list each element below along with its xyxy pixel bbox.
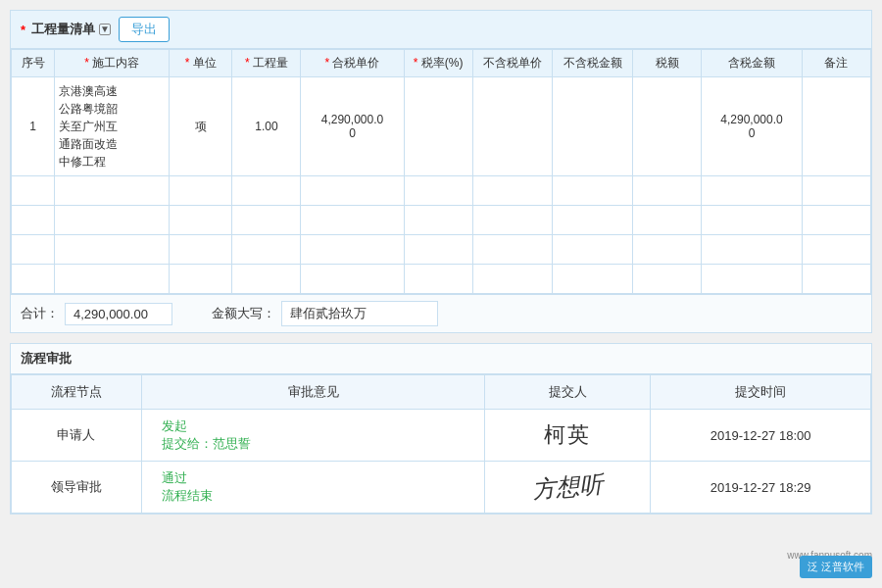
amount-label: 金额大写： (212, 305, 275, 322)
quantity-table-section: 序号 * 施工内容 * 单位 * 工程量 * 合税单价 * 税率(%) 不含税单… (11, 49, 871, 294)
workflow-row: 申请人 发起 提交给：范思誓 柯英 2019-12-27 18:00 (12, 410, 871, 462)
col-header-note: 备注 (802, 50, 870, 77)
wf-col-opinion: 审批意见 (141, 375, 485, 410)
workflow-row: 领导审批 通过 流程结束 方想听 2019-12-27 18:29 (12, 462, 871, 514)
wf-col-time: 提交时间 (651, 375, 871, 410)
wf-opinion-2-line1: 通过 (162, 470, 187, 485)
col-header-qty: * 工程量 (232, 50, 301, 77)
wf-submitter-2: 方想听 (485, 462, 651, 514)
cell-ex-unit-price (472, 77, 553, 176)
wf-opinion-2: 通过 流程结束 (141, 462, 485, 514)
col-header-ex-unit-price: 不含税单价 (472, 50, 553, 77)
table-row-empty (12, 206, 871, 235)
cell-incl-amount: 4,290,000.00 (702, 77, 803, 176)
wf-opinion-2-line2: 流程结束 (162, 488, 213, 503)
workflow-header-row: 流程节点 审批意见 提交人 提交时间 (12, 375, 871, 410)
table-row: 1 京港澳高速公路粤境韶关至广州互通路面改造中修工程 项 1.00 4,290,… (12, 77, 871, 176)
cell-ex-amount (553, 77, 633, 176)
col-header-unit: * 单位 (170, 50, 232, 77)
cell-tax (633, 77, 702, 176)
amount-value: 肆佰贰拾玖万 (281, 301, 438, 326)
toolbar-title: * 工程量清单 ▼ (21, 21, 111, 38)
col-header-incl-amount: 含税金额 (702, 50, 803, 77)
workflow-table: 流程节点 审批意见 提交人 提交时间 申请人 发起 提交给：范思誓 柯英 201… (11, 374, 871, 514)
col-header-seq: 序号 (12, 50, 55, 77)
cell-content: 京港澳高速公路粤境韶关至广州互通路面改造中修工程 (55, 77, 170, 176)
wf-time-2: 2019-12-27 18:29 (651, 462, 871, 514)
amount-item: 金额大写： 肆佰贰拾玖万 (212, 301, 438, 326)
table-row-empty (12, 235, 871, 265)
cell-tax-rate (404, 77, 472, 176)
export-button[interactable]: 导出 (119, 17, 170, 42)
wf-node-2: 领导审批 (12, 462, 142, 514)
signature-1: 柯英 (544, 422, 591, 447)
wf-col-submitter: 提交人 (485, 375, 651, 410)
title-star: * (21, 23, 25, 37)
table-header-row: 序号 * 施工内容 * 单位 * 工程量 * 合税单价 * 税率(%) 不含税单… (12, 50, 871, 77)
col-header-tax-rate: * 税率(%) (404, 50, 472, 77)
cell-qty: 1.00 (232, 77, 301, 176)
main-table-container: * 工程量清单 ▼ 导出 序号 * 施工内容 * 单位 * 工程量 * 合税单价… (10, 10, 872, 333)
total-label: 合计： (21, 305, 59, 322)
wf-opinion-1: 发起 提交给：范思誓 (141, 410, 485, 462)
toolbar: * 工程量清单 ▼ 导出 (11, 11, 871, 49)
wf-submitter-1: 柯英 (485, 410, 651, 462)
toolbar-title-text: 工程量清单 (31, 21, 95, 38)
col-header-tax: 税额 (633, 50, 702, 77)
wf-col-node: 流程节点 (12, 375, 142, 410)
wf-time-1: 2019-12-27 18:00 (651, 410, 871, 462)
summary-row: 合计： 4,290,000.00 金额大写： 肆佰贰拾玖万 (11, 294, 871, 332)
cell-unit: 项 (170, 77, 232, 176)
signature-2: 方想听 (531, 468, 605, 506)
cell-note (802, 77, 870, 176)
cell-seq: 1 (12, 77, 55, 176)
workflow-header: 流程审批 (11, 344, 871, 374)
col-header-content: * 施工内容 (55, 50, 170, 77)
wf-opinion-1-line2: 提交给：范思誓 (162, 436, 251, 451)
table-row-empty (12, 176, 871, 206)
cell-unit-price: 4,290,000.00 (301, 77, 404, 176)
quantity-table: 序号 * 施工内容 * 单位 * 工程量 * 合税单价 * 税率(%) 不含税单… (11, 49, 871, 294)
col-header-ex-amount: 不含税金额 (553, 50, 633, 77)
wf-node-1: 申请人 (12, 410, 142, 462)
table-row-empty (12, 265, 871, 294)
dropdown-icon[interactable]: ▼ (99, 24, 111, 35)
total-item: 合计： 4,290,000.00 (21, 303, 172, 325)
wf-opinion-1-line1: 发起 (162, 418, 187, 433)
workflow-section: 流程审批 流程节点 审批意见 提交人 提交时间 申请人 发起 提交给：范思誓 柯… (10, 343, 872, 514)
col-header-unit-price: * 合税单价 (301, 50, 404, 77)
total-value: 4,290,000.00 (65, 303, 172, 325)
